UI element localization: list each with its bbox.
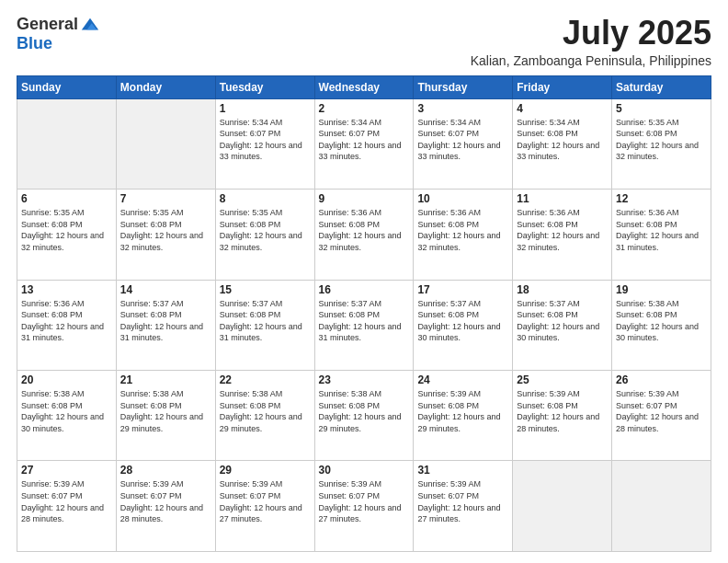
day-number: 11 (517, 192, 608, 205)
day-number: 9 (319, 192, 410, 205)
day-number: 26 (616, 373, 707, 386)
weekday-header-sunday: Sunday (17, 75, 117, 98)
day-number: 31 (417, 464, 508, 477)
calendar-cell: 12Sunrise: 5:36 AMSunset: 6:08 PMDayligh… (612, 190, 711, 280)
header: General Blue July 2025 Kalian, Zamboanga… (17, 15, 711, 68)
logo-general-text: General (17, 16, 78, 34)
calendar-cell: 24Sunrise: 5:39 AMSunset: 6:08 PMDayligh… (414, 371, 513, 461)
day-number: 16 (319, 283, 410, 296)
day-info: Sunrise: 5:38 AMSunset: 6:08 PMDaylight:… (120, 388, 211, 434)
logo-blue-text: Blue (17, 34, 52, 52)
day-number: 28 (120, 464, 211, 477)
location-title: Kalian, Zamboanga Peninsula, Philippines (471, 53, 711, 68)
day-number: 8 (220, 192, 311, 205)
day-number: 5 (616, 102, 707, 115)
day-info: Sunrise: 5:39 AMSunset: 6:07 PMDaylight:… (417, 478, 508, 524)
day-info: Sunrise: 5:38 AMSunset: 6:08 PMDaylight:… (616, 298, 707, 344)
calendar-cell: 17Sunrise: 5:37 AMSunset: 6:08 PMDayligh… (414, 280, 513, 370)
calendar-cell: 1Sunrise: 5:34 AMSunset: 6:07 PMDaylight… (215, 98, 314, 189)
calendar-header-row: SundayMondayTuesdayWednesdayThursdayFrid… (17, 75, 711, 98)
day-info: Sunrise: 5:35 AMSunset: 6:08 PMDaylight:… (120, 207, 211, 253)
calendar-week-row: 20Sunrise: 5:38 AMSunset: 6:08 PMDayligh… (17, 371, 711, 461)
day-info: Sunrise: 5:36 AMSunset: 6:08 PMDaylight:… (417, 207, 508, 253)
day-number: 15 (220, 283, 311, 296)
calendar-cell (116, 98, 215, 189)
day-info: Sunrise: 5:39 AMSunset: 6:07 PMDaylight:… (319, 478, 410, 524)
day-number: 12 (616, 192, 707, 205)
day-number: 25 (517, 373, 608, 386)
calendar-cell: 18Sunrise: 5:37 AMSunset: 6:08 PMDayligh… (513, 280, 612, 370)
day-number: 21 (120, 373, 211, 386)
weekday-header-tuesday: Tuesday (215, 75, 314, 98)
day-info: Sunrise: 5:37 AMSunset: 6:08 PMDaylight:… (220, 298, 311, 344)
day-number: 13 (21, 283, 112, 296)
calendar-cell: 29Sunrise: 5:39 AMSunset: 6:07 PMDayligh… (215, 461, 314, 552)
weekday-header-saturday: Saturday (612, 75, 711, 98)
calendar-cell: 25Sunrise: 5:39 AMSunset: 6:08 PMDayligh… (513, 371, 612, 461)
calendar-cell: 31Sunrise: 5:39 AMSunset: 6:07 PMDayligh… (414, 461, 513, 552)
day-number: 22 (220, 373, 311, 386)
day-number: 19 (616, 283, 707, 296)
calendar-cell: 14Sunrise: 5:37 AMSunset: 6:08 PMDayligh… (116, 280, 215, 370)
day-number: 14 (120, 283, 211, 296)
day-number: 24 (417, 373, 508, 386)
day-info: Sunrise: 5:37 AMSunset: 6:08 PMDaylight:… (517, 298, 608, 344)
calendar-cell: 3Sunrise: 5:34 AMSunset: 6:07 PMDaylight… (414, 98, 513, 189)
calendar-cell (17, 98, 117, 189)
calendar-cell: 28Sunrise: 5:39 AMSunset: 6:07 PMDayligh… (116, 461, 215, 552)
day-info: Sunrise: 5:39 AMSunset: 6:07 PMDaylight:… (21, 478, 112, 524)
day-number: 30 (319, 464, 410, 477)
calendar-cell: 26Sunrise: 5:39 AMSunset: 6:07 PMDayligh… (612, 371, 711, 461)
day-info: Sunrise: 5:36 AMSunset: 6:08 PMDaylight:… (319, 207, 410, 253)
day-info: Sunrise: 5:38 AMSunset: 6:08 PMDaylight:… (21, 388, 112, 434)
calendar-cell: 7Sunrise: 5:35 AMSunset: 6:08 PMDaylight… (116, 190, 215, 280)
logo-icon (80, 15, 100, 35)
calendar-cell: 6Sunrise: 5:35 AMSunset: 6:08 PMDaylight… (17, 190, 117, 280)
day-info: Sunrise: 5:39 AMSunset: 6:07 PMDaylight:… (120, 478, 211, 524)
day-number: 29 (220, 464, 311, 477)
calendar-table: SundayMondayTuesdayWednesdayThursdayFrid… (17, 75, 711, 552)
calendar-cell (612, 461, 711, 552)
weekday-header-friday: Friday (513, 75, 612, 98)
day-info: Sunrise: 5:36 AMSunset: 6:08 PMDaylight:… (21, 298, 112, 344)
month-title: July 2025 (471, 15, 711, 52)
calendar-cell: 9Sunrise: 5:36 AMSunset: 6:08 PMDaylight… (314, 190, 414, 280)
calendar-cell: 4Sunrise: 5:34 AMSunset: 6:08 PMDaylight… (513, 98, 612, 189)
weekday-header-monday: Monday (116, 75, 215, 98)
day-number: 2 (319, 102, 410, 115)
day-number: 7 (120, 192, 211, 205)
calendar-cell: 10Sunrise: 5:36 AMSunset: 6:08 PMDayligh… (414, 190, 513, 280)
day-info: Sunrise: 5:35 AMSunset: 6:08 PMDaylight:… (616, 117, 707, 163)
calendar-cell: 19Sunrise: 5:38 AMSunset: 6:08 PMDayligh… (612, 280, 711, 370)
day-number: 10 (417, 192, 508, 205)
calendar-week-row: 27Sunrise: 5:39 AMSunset: 6:07 PMDayligh… (17, 461, 711, 552)
day-number: 6 (21, 192, 112, 205)
page: General Blue July 2025 Kalian, Zamboanga… (0, 0, 728, 563)
day-number: 20 (21, 373, 112, 386)
day-number: 27 (21, 464, 112, 477)
calendar-cell: 11Sunrise: 5:36 AMSunset: 6:08 PMDayligh… (513, 190, 612, 280)
calendar-cell: 2Sunrise: 5:34 AMSunset: 6:07 PMDaylight… (314, 98, 414, 189)
day-info: Sunrise: 5:37 AMSunset: 6:08 PMDaylight:… (319, 298, 410, 344)
day-number: 17 (417, 283, 508, 296)
calendar-cell: 27Sunrise: 5:39 AMSunset: 6:07 PMDayligh… (17, 461, 117, 552)
day-number: 1 (220, 102, 311, 115)
calendar-cell: 13Sunrise: 5:36 AMSunset: 6:08 PMDayligh… (17, 280, 117, 370)
day-info: Sunrise: 5:36 AMSunset: 6:08 PMDaylight:… (517, 207, 608, 253)
day-info: Sunrise: 5:34 AMSunset: 6:07 PMDaylight:… (220, 117, 311, 163)
day-info: Sunrise: 5:34 AMSunset: 6:07 PMDaylight:… (417, 117, 508, 163)
day-info: Sunrise: 5:36 AMSunset: 6:08 PMDaylight:… (616, 207, 707, 253)
day-info: Sunrise: 5:38 AMSunset: 6:08 PMDaylight:… (319, 388, 410, 434)
calendar-cell: 20Sunrise: 5:38 AMSunset: 6:08 PMDayligh… (17, 371, 117, 461)
day-info: Sunrise: 5:39 AMSunset: 6:07 PMDaylight:… (220, 478, 311, 524)
calendar-cell: 21Sunrise: 5:38 AMSunset: 6:08 PMDayligh… (116, 371, 215, 461)
day-info: Sunrise: 5:34 AMSunset: 6:08 PMDaylight:… (517, 117, 608, 163)
day-number: 4 (517, 102, 608, 115)
day-info: Sunrise: 5:39 AMSunset: 6:08 PMDaylight:… (417, 388, 508, 434)
day-info: Sunrise: 5:38 AMSunset: 6:08 PMDaylight:… (220, 388, 311, 434)
calendar-cell: 16Sunrise: 5:37 AMSunset: 6:08 PMDayligh… (314, 280, 414, 370)
day-info: Sunrise: 5:35 AMSunset: 6:08 PMDaylight:… (220, 207, 311, 253)
calendar-cell: 23Sunrise: 5:38 AMSunset: 6:08 PMDayligh… (314, 371, 414, 461)
calendar-week-row: 13Sunrise: 5:36 AMSunset: 6:08 PMDayligh… (17, 280, 711, 370)
day-info: Sunrise: 5:34 AMSunset: 6:07 PMDaylight:… (319, 117, 410, 163)
